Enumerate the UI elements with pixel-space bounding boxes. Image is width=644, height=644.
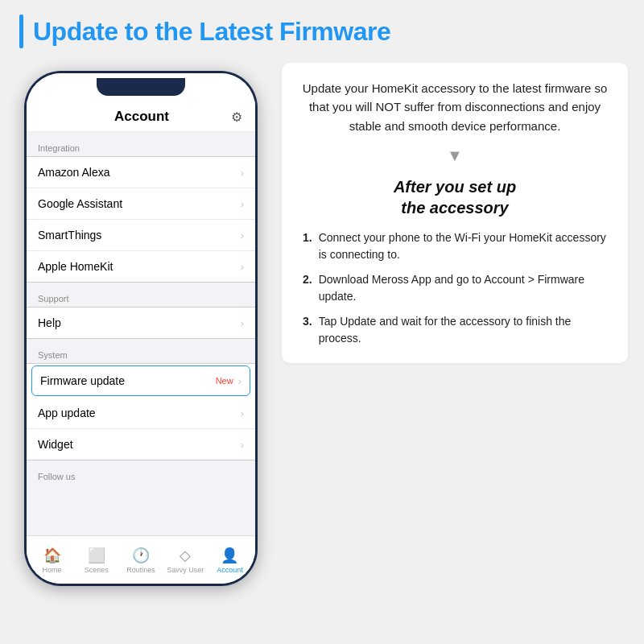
chevron-icon: › bbox=[241, 167, 244, 179]
app-header-title: Account bbox=[114, 109, 169, 125]
list-item[interactable]: SmartThings › bbox=[27, 220, 255, 251]
app-header: Account ⚙ bbox=[27, 101, 255, 132]
chevron-icon: › bbox=[241, 261, 244, 273]
chevron-icon: › bbox=[241, 407, 244, 419]
nav-label-home: Home bbox=[43, 566, 62, 574]
list-item[interactable]: Widget › bbox=[27, 429, 255, 460]
nav-item-account[interactable]: 👤 Account bbox=[208, 547, 252, 574]
nav-label-routines: Routines bbox=[126, 566, 155, 574]
firmware-update-item[interactable]: Firmware update New › bbox=[31, 365, 250, 396]
right-panel: Update your HomeKit accessory to the lat… bbox=[282, 63, 628, 363]
arrow-down-icon: ▼ bbox=[299, 147, 610, 165]
section-header-system: System bbox=[27, 339, 255, 363]
savvy-icon: ◇ bbox=[180, 547, 191, 564]
chevron-icon: › bbox=[241, 439, 244, 451]
follow-us-label: Follow us bbox=[27, 460, 255, 485]
steps-list: 1. Connect your phone to the Wi-Fi your … bbox=[299, 229, 610, 347]
header: Update to the Latest Firmware bbox=[16, 14, 628, 48]
nav-label-savvy: Savvy User bbox=[167, 566, 204, 574]
nav-item-home[interactable]: 🏠 Home bbox=[30, 547, 74, 574]
chevron-icon: › bbox=[238, 375, 242, 387]
list-item[interactable]: Amazon Alexa › bbox=[27, 157, 255, 188]
routines-icon: 🕐 bbox=[132, 547, 150, 564]
page-title: Update to the Latest Firmware bbox=[33, 17, 390, 47]
section-header-support: Support bbox=[27, 283, 255, 307]
section-system: Firmware update New › App update › bbox=[27, 363, 255, 460]
step-2: 2. Download Meross App and go to Account… bbox=[303, 271, 610, 305]
section-integration: Amazon Alexa › Google Assistant › SmartT… bbox=[27, 156, 255, 283]
list-item[interactable]: Apple HomeKit › bbox=[27, 251, 255, 282]
new-badge: New bbox=[216, 376, 233, 386]
nav-item-routines[interactable]: 🕐 Routines bbox=[118, 547, 163, 574]
home-icon: 🏠 bbox=[43, 547, 61, 564]
list-item[interactable]: Google Assistant › bbox=[27, 188, 255, 220]
list-item[interactable]: App update › bbox=[27, 398, 255, 429]
step-3: 3. Tap Update and wait for the accessory… bbox=[303, 313, 610, 347]
phone-notch bbox=[27, 73, 255, 101]
nav-label-account: Account bbox=[217, 566, 243, 574]
list-item[interactable]: Help › bbox=[27, 308, 255, 338]
app-list: Integration Amazon Alexa › Google Assist… bbox=[27, 132, 255, 535]
section-support: Help › bbox=[27, 307, 255, 339]
account-icon: 👤 bbox=[221, 547, 238, 564]
notch-cutout bbox=[97, 78, 185, 96]
phone-inner: Account ⚙ Integration Amazon Alexa › bbox=[27, 73, 255, 584]
section-header-integration: Integration bbox=[27, 132, 255, 156]
nav-label-scenes: Scenes bbox=[85, 566, 109, 574]
phone-container: Account ⚙ Integration Amazon Alexa › bbox=[16, 63, 266, 586]
step-1: 1. Connect your phone to the Wi-Fi your … bbox=[303, 229, 610, 263]
phone-frame: Account ⚙ Integration Amazon Alexa › bbox=[24, 71, 258, 586]
page-wrapper: Update to the Latest Firmware Account bbox=[0, 0, 644, 644]
nav-item-scenes[interactable]: ⬜ Scenes bbox=[74, 547, 118, 574]
header-bar bbox=[19, 14, 23, 48]
chevron-icon: › bbox=[241, 198, 244, 210]
scenes-icon: ⬜ bbox=[88, 547, 105, 564]
chevron-icon: › bbox=[241, 317, 244, 329]
description-text: Update your HomeKit accessory to the lat… bbox=[299, 79, 610, 135]
gear-icon[interactable]: ⚙ bbox=[231, 109, 242, 125]
subheading: After you set upthe accessory bbox=[299, 176, 610, 218]
app-screen: Account ⚙ Integration Amazon Alexa › bbox=[27, 101, 255, 584]
main-row: Account ⚙ Integration Amazon Alexa › bbox=[16, 63, 628, 628]
bottom-nav: 🏠 Home ⬜ Scenes 🕐 Routines bbox=[27, 535, 255, 584]
nav-item-savvy[interactable]: ◇ Savvy User bbox=[163, 547, 208, 574]
chevron-icon: › bbox=[241, 229, 244, 242]
